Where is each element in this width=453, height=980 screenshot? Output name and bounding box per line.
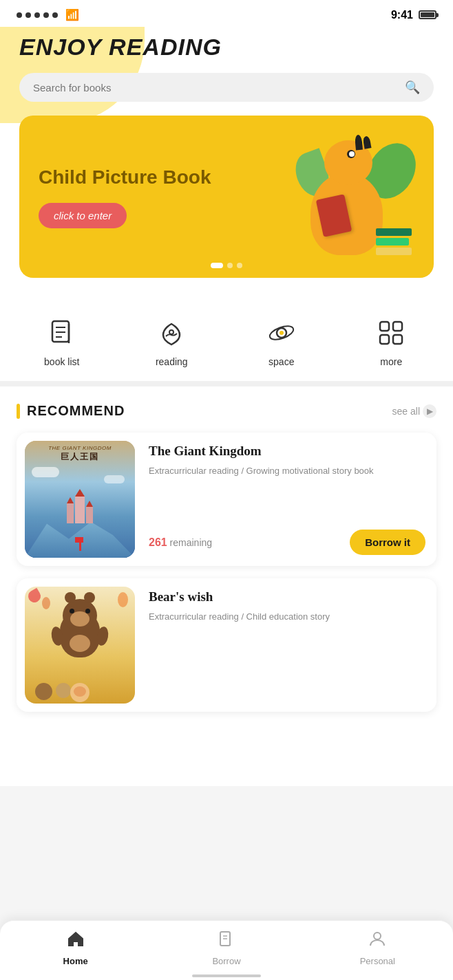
home-icon (66, 929, 85, 953)
nav-label-booklist: book list (44, 356, 79, 367)
bottom-nav-borrow[interactable]: Borrow (151, 929, 302, 966)
search-icon[interactable]: 🔍 (405, 80, 420, 95)
search-input[interactable] (33, 82, 405, 94)
nav-item-space[interactable]: space (264, 315, 299, 367)
recommend-section: RECOMMEND see all ▶ THE GIANT KINGDOM 巨人… (0, 386, 453, 712)
app-title: ENJOY READING (19, 34, 434, 61)
svg-point-8 (280, 331, 284, 335)
book-card-giant-kingdom: THE GIANT KINGDOM 巨人王国 THE GIANT KINGDOM… (17, 433, 436, 566)
bottom-nav-personal[interactable]: Personal (302, 929, 453, 966)
book-title-giant-kingdom: The Giant Kingdom (149, 444, 425, 459)
book-footer-giant-kingdom: 261 remaining Borrow it (149, 530, 425, 555)
see-all-button[interactable]: see all ▶ (392, 404, 436, 418)
book-cover-giant-kingdom: THE GIANT KINGDOM 巨人王国 THE GIANT KINGDOM… (25, 441, 135, 558)
bottom-nav-home[interactable]: Home (0, 929, 151, 966)
borrow-label: Borrow (212, 956, 240, 966)
nav-label-space: space (268, 356, 294, 367)
battery-icon (419, 10, 436, 19)
section-title: RECOMMEND (27, 403, 125, 419)
signal-dots (17, 12, 58, 18)
banner-button[interactable]: click to enter (39, 203, 127, 228)
home-indicator (192, 974, 261, 977)
svg-rect-11 (380, 335, 389, 344)
nav-label-more: more (380, 356, 402, 367)
quick-nav: book list reading space (0, 308, 453, 381)
banner: Child Picture Book click to enter (19, 116, 434, 278)
section-header: RECOMMEND see all ▶ (17, 403, 436, 419)
see-all-arrow-icon: ▶ (423, 404, 436, 418)
svg-rect-10 (393, 322, 402, 331)
status-bar: 📶 9:41 (0, 0, 453, 27)
banner-dots (211, 263, 242, 268)
banner-text: Child Picture Book click to enter (39, 165, 266, 228)
banner-illustration (266, 135, 417, 259)
more-icon (373, 315, 409, 351)
book-desc-bears-wish: Extracurricular reading / Child educatio… (149, 610, 425, 624)
section-bar (17, 404, 20, 419)
banner-title: Child Picture Book (39, 165, 266, 189)
header-area: ENJOY READING 🔍 Child Picture Book click… (0, 27, 453, 308)
search-bar[interactable]: 🔍 (19, 73, 434, 102)
nav-item-more[interactable]: more (373, 315, 409, 367)
book-info-bears-wish: Bear's wish Extracurricular reading / Ch… (143, 578, 436, 712)
svg-rect-9 (380, 322, 389, 331)
booklist-icon (44, 315, 80, 351)
book-card-bears-wish: Bear's wish Extracurricular reading / Ch… (17, 578, 436, 712)
book-info-giant-kingdom: The Giant Kingdom Extracurricular readin… (143, 433, 436, 566)
svg-point-17 (374, 933, 381, 939)
borrow-icon (217, 929, 236, 953)
book-desc-giant-kingdom: Extracurricular reading / Growing motiva… (149, 464, 425, 478)
personal-icon (368, 929, 387, 953)
nav-label-reading: reading (156, 356, 188, 367)
svg-point-5 (169, 330, 173, 334)
nav-item-reading[interactable]: reading (154, 315, 189, 367)
borrow-button-giant-kingdom[interactable]: Borrow it (350, 530, 425, 555)
home-label: Home (63, 956, 88, 966)
svg-rect-12 (393, 335, 402, 344)
nav-item-booklist[interactable]: book list (44, 315, 80, 367)
book-title-bears-wish: Bear's wish (149, 589, 425, 605)
divider (0, 381, 453, 386)
personal-label: Personal (360, 956, 395, 966)
reading-icon (154, 315, 189, 351)
space-icon (264, 315, 299, 351)
book-cover-bears-wish (25, 587, 135, 704)
wifi-icon: 📶 (65, 8, 79, 21)
bottom-navigation: Home Borrow Personal (0, 920, 453, 980)
status-time: 9:41 (391, 9, 413, 21)
remaining-giant-kingdom: 261 remaining (149, 536, 212, 549)
